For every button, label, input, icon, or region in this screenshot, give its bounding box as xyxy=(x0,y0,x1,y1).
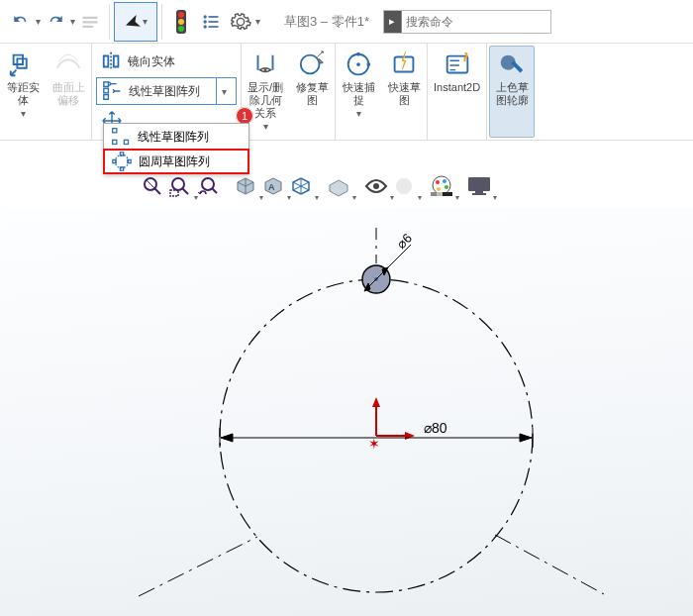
svg-point-41 xyxy=(436,180,440,184)
sketch-drawing: ⌀6 ✶ ⌀80 xyxy=(50,228,604,616)
svg-rect-48 xyxy=(468,177,490,191)
svg-rect-14 xyxy=(104,88,109,93)
select-tool-button[interactable]: ➤ ▾ xyxy=(114,2,157,42)
view-settings-disabled-icon: ▾ xyxy=(390,171,418,201)
document-title: 草图3 – 零件1* xyxy=(284,13,369,31)
undo-button[interactable] xyxy=(7,8,35,36)
options-gear-button[interactable] xyxy=(227,8,254,36)
command-search-box[interactable]: ▸ xyxy=(383,10,551,34)
svg-point-5 xyxy=(178,19,184,25)
zoom-area-button[interactable]: ▾ xyxy=(166,171,194,201)
svg-point-19 xyxy=(356,62,360,66)
svg-marker-63 xyxy=(221,434,233,442)
previous-view-button[interactable] xyxy=(194,171,222,201)
instant2d-button[interactable]: Instant2D xyxy=(428,44,486,140)
display-relations-icon xyxy=(250,50,280,79)
traffic-light-icon[interactable] xyxy=(167,8,195,36)
mirror-icon xyxy=(100,50,124,73)
offset-on-surface-button: 曲面上偏移 xyxy=(46,44,91,140)
svg-point-7 xyxy=(204,15,207,18)
shaded-sketch-contour-label: 上色草图轮廓 xyxy=(496,81,529,107)
svg-marker-61 xyxy=(405,432,415,440)
linear-pattern-chevron[interactable]: ▾ xyxy=(216,78,232,104)
mirror-entities-button[interactable]: 镜向实体 xyxy=(96,48,237,75)
instant2d-icon xyxy=(443,50,472,79)
svg-point-43 xyxy=(445,185,448,189)
svg-rect-10 xyxy=(209,21,219,23)
undo-chevron-icon[interactable]: ▾ xyxy=(36,16,41,27)
svg-rect-49 xyxy=(475,191,483,193)
surface-offset-icon xyxy=(53,50,83,79)
appearance-button[interactable]: ▾ xyxy=(428,171,455,201)
svg-point-21 xyxy=(367,62,371,66)
circular-pattern-icon xyxy=(111,151,133,172)
svg-rect-12 xyxy=(209,26,219,28)
list-icon[interactable] xyxy=(197,8,225,36)
svg-rect-32 xyxy=(120,167,123,170)
svg-point-4 xyxy=(178,12,184,18)
svg-point-17 xyxy=(301,55,320,74)
pattern-dropdown: 线性草图阵列 圆周草图阵列 xyxy=(103,123,249,174)
repair-sketch-button[interactable]: 修复草图 xyxy=(289,44,335,140)
rapid-sketch-icon xyxy=(389,50,419,79)
dimension-diameter-main: ⌀80 xyxy=(424,420,447,436)
svg-point-16 xyxy=(264,68,267,71)
svg-rect-26 xyxy=(113,140,117,144)
redo-button[interactable] xyxy=(42,8,69,36)
svg-point-39 xyxy=(396,178,412,194)
linear-pattern-icon xyxy=(110,126,132,148)
svg-point-6 xyxy=(178,26,184,32)
shaded-contour-icon xyxy=(497,50,527,79)
hide-show-button[interactable]: ▾ xyxy=(325,171,352,201)
select-chevron-icon: ▾ xyxy=(143,16,148,27)
dropdown-item-label: 圆周草图阵列 xyxy=(139,154,210,170)
svg-point-9 xyxy=(204,20,207,23)
offset-on-surface-label: 曲面上偏移 xyxy=(52,81,85,107)
linear-pattern-button[interactable]: 线性草图阵列 ▾ xyxy=(96,77,237,105)
svg-point-42 xyxy=(443,179,446,183)
svg-text:A: A xyxy=(268,182,275,192)
quick-snap-label: 快速捕捉 xyxy=(343,81,375,107)
offset-icon xyxy=(8,50,38,79)
quick-snap-button[interactable]: 快速捕捉 ▾ xyxy=(336,44,381,140)
dropdown-item-label: 线性草图阵列 xyxy=(138,129,209,146)
viewport-button[interactable]: ▾ xyxy=(465,171,493,201)
view-orientation-button[interactable]: A▾ xyxy=(259,171,287,201)
linear-pattern-label: 线性草图阵列 xyxy=(129,83,200,100)
cursor-arrow-icon: ➤ xyxy=(120,7,144,35)
svg-line-68 xyxy=(495,535,604,594)
view-visibility-button[interactable]: ▾ xyxy=(362,171,390,201)
svg-rect-1 xyxy=(83,21,98,23)
offset-entities-button[interactable]: 等距实体 ▾ xyxy=(0,44,46,140)
dimension-diameter-small: ⌀6 xyxy=(394,231,415,252)
svg-rect-0 xyxy=(83,16,98,18)
shaded-sketch-contour-button[interactable]: 上色草图轮廓 xyxy=(489,46,535,138)
mirror-entities-label: 镜向实体 xyxy=(128,53,175,70)
section-view-button[interactable]: ▾ xyxy=(232,171,259,201)
graphics-canvas[interactable]: ⌀6 ✶ ⌀80 xyxy=(0,208,693,616)
linear-pattern-icon xyxy=(101,79,125,103)
offset-entities-label: 等距实体 xyxy=(7,81,40,107)
svg-point-20 xyxy=(356,52,360,56)
search-prompt-icon: ▸ xyxy=(384,11,402,33)
svg-rect-46 xyxy=(431,192,437,196)
svg-point-44 xyxy=(437,187,441,191)
display-style-button[interactable]: ▾ xyxy=(287,171,315,201)
options-chevron-icon[interactable]: ▾ xyxy=(255,16,260,27)
svg-rect-27 xyxy=(124,140,128,144)
svg-rect-8 xyxy=(209,16,219,18)
command-search-input[interactable] xyxy=(402,15,550,29)
svg-marker-60 xyxy=(372,397,380,407)
svg-rect-2 xyxy=(83,25,94,27)
dropdown-item-circular-pattern[interactable]: 圆周草图阵列 xyxy=(103,149,249,174)
dropdown-item-linear-pattern[interactable]: 线性草图阵列 xyxy=(104,124,248,150)
redo-chevron-icon[interactable]: ▾ xyxy=(70,16,75,27)
rapid-sketch-button[interactable]: 快速草图 xyxy=(381,44,427,140)
svg-rect-30 xyxy=(113,159,116,162)
svg-point-38 xyxy=(373,183,379,189)
svg-point-40 xyxy=(433,176,450,194)
zoom-fit-button[interactable] xyxy=(139,171,166,201)
svg-marker-64 xyxy=(520,434,532,442)
svg-rect-35 xyxy=(170,190,178,196)
svg-rect-29 xyxy=(120,153,123,155)
